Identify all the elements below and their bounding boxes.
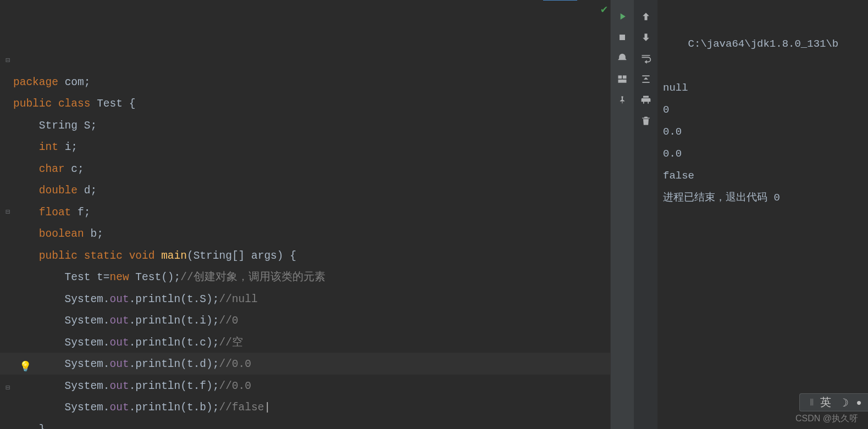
code-token: boolean [39,228,91,240]
code-token: //0 [219,315,238,327]
dot-icon: • [856,397,861,408]
code-line[interactable]: public static void main(String[] args) { [13,246,610,268]
code-token: //空 [219,337,242,349]
code-token: //0.0 [219,358,251,370]
code-token [13,250,39,262]
code-token: System. [13,337,110,349]
soft-wrap-icon[interactable] [640,53,652,64]
code-line[interactable]: System.out.println(t.d);//0.0 [13,354,610,376]
run-toolbar-right [634,0,657,429]
code-token: } [13,424,46,430]
code-token: new [110,271,136,283]
svg-rect-1 [618,75,622,79]
scroll-to-end-icon[interactable] [640,74,652,85]
console-line: null [663,77,863,99]
print-icon[interactable] [640,94,652,105]
code-token: d; [84,185,97,197]
ime-indicator[interactable]: ⦀ 英 ☽ • [799,393,868,411]
svg-rect-0 [620,35,625,40]
moon-icon: ☽ [839,396,849,409]
code-token: com; [65,76,91,88]
code-line[interactable]: System.out.println(t.f);//0.0 [13,376,610,398]
code-token: c; [71,163,84,175]
console-line: 0 [663,99,863,121]
pin-icon[interactable] [617,94,628,105]
code-token: .println(t.c); [129,337,219,349]
code-line[interactable]: double d; [13,180,610,202]
console-line: 0.0 [663,143,863,165]
code-line[interactable]: System.out.println(t.c);//空 [13,332,610,354]
code-token: out [110,358,129,370]
down-icon[interactable] [640,32,652,43]
code-token: //0.0 [219,380,251,392]
ime-bars-icon: ⦀ [810,397,812,408]
code-line[interactable]: boolean b; [13,224,610,246]
code-token: System. [13,358,110,370]
code-token: Test(); [135,271,180,283]
code-area[interactable]: package com;public class Test { String S… [0,0,610,429]
code-line[interactable]: int i; [13,137,610,159]
code-line[interactable]: String S; [13,115,610,137]
code-token: Test { [97,98,135,110]
code-token: System. [13,402,110,414]
code-token [13,141,39,153]
code-token: .println(t.S); [129,293,219,305]
code-token: out [110,337,129,349]
code-token: .println(t.f); [129,380,219,392]
code-line[interactable]: public class Test { [13,93,610,115]
code-token: .println(t.d); [129,358,219,370]
code-token: float [39,207,78,219]
code-token: //null [219,293,257,305]
watermark: CSDN @执久呀 [795,413,858,425]
console-line: 进程已结束，退出代码 0 [663,187,863,209]
code-token: public static void [39,250,161,262]
trash-icon[interactable] [640,115,652,126]
code-line[interactable]: System.out.println(t.b);//false| [13,397,610,419]
layout-icon[interactable] [617,74,628,85]
svg-rect-3 [618,80,627,83]
code-line[interactable]: package com; [13,72,610,94]
code-token: f; [78,207,90,219]
code-token: (String[] args) { [187,250,296,262]
code-token: b; [90,228,103,240]
code-token: System. [13,293,110,305]
code-token: String S; [13,120,97,132]
text-cursor: | [264,402,270,414]
code-line[interactable]: System.out.println(t.i);//0 [13,310,610,332]
code-token: out [110,380,129,392]
code-token [13,228,39,240]
console-line: false [663,165,863,187]
code-token: public class [13,98,97,110]
stop-icon[interactable] [617,32,628,43]
code-token: //false [219,402,264,414]
run-icon[interactable] [617,11,628,22]
debug-exit-icon[interactable] [617,53,628,64]
code-token: //创建对象，调用该类的元素 [180,271,325,283]
code-token: out [110,402,129,414]
code-line[interactable]: float f; [13,202,610,224]
code-line[interactable]: char c; [13,159,610,181]
up-icon[interactable] [640,11,652,22]
code-token: System. [13,315,110,327]
jdk-path: C:\java64\jdk1.8.0_131\b [688,38,839,50]
code-token: package [13,76,65,88]
code-token: double [39,185,84,197]
code-token: main [161,250,187,262]
code-line[interactable]: Test t=new Test();//创建对象，调用该类的元素 [13,267,610,289]
code-token: int [39,141,65,153]
code-token: out [110,315,129,327]
editor-pane[interactable]: ✔ ⊟ ⊟ 💡 ⊟ package com;public class Test … [0,0,610,429]
console-line: 0.0 [663,121,863,143]
run-toolbar-left [610,0,634,429]
code-line[interactable]: } [13,419,610,430]
code-token [13,185,39,197]
code-token: out [110,293,129,305]
code-token: .println(t.i); [129,315,219,327]
code-token: i; [65,141,78,153]
code-token: Test t= [13,271,110,283]
code-token [13,163,39,175]
console-output[interactable]: C:\java64\jdk1.8.0_131\b null00.00.0fals… [657,0,868,429]
code-line[interactable]: System.out.println(t.S);//null [13,289,610,311]
code-token: char [39,163,71,175]
code-token: System. [13,380,110,392]
